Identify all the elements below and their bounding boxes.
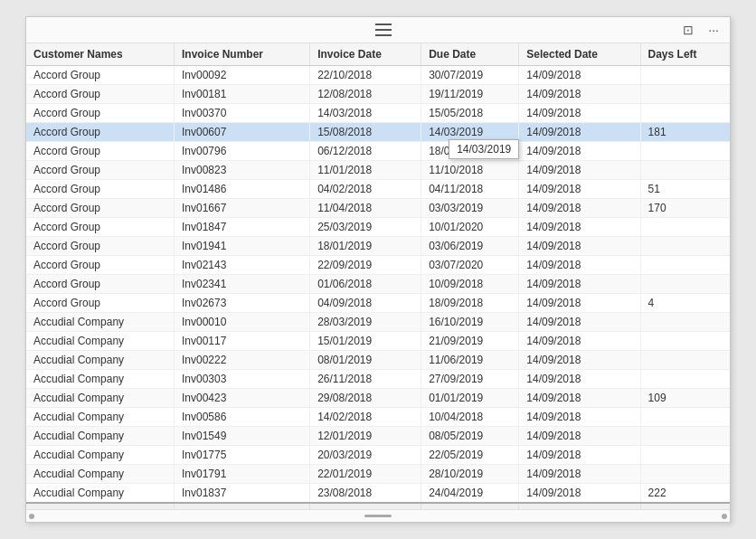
footer-invoice-date: 01/01/2018 bbox=[310, 503, 421, 509]
cell-invoice: Inv00181 bbox=[175, 85, 310, 104]
cell-invoice: Inv00092 bbox=[175, 66, 310, 85]
cell-customer: Accord Group bbox=[26, 180, 175, 199]
cell-customer: Accudial Company bbox=[26, 427, 175, 446]
cell-days-left bbox=[640, 332, 730, 351]
table-row: Accord GroupInv0148604/02/201804/11/2018… bbox=[26, 180, 730, 199]
cell-selected-date: 14/09/2018 bbox=[519, 66, 640, 85]
cell-invoice-date: 04/09/2018 bbox=[310, 294, 421, 313]
more-options-icon[interactable]: ··· bbox=[704, 21, 723, 39]
cell-customer: Accord Group bbox=[26, 199, 175, 218]
cell-invoice-date: 01/06/2018 bbox=[310, 275, 421, 294]
cell-invoice: Inv01941 bbox=[175, 237, 310, 256]
cell-invoice-date: 26/11/2018 bbox=[310, 370, 421, 389]
table-row: Accord GroupInv0018112/08/201819/11/2019… bbox=[26, 85, 730, 104]
col-header-selected-date[interactable]: Selected Date bbox=[519, 43, 640, 66]
cell-selected-date: 14/09/2018 bbox=[519, 408, 640, 427]
cell-invoice: Inv02143 bbox=[175, 256, 310, 275]
col-header-invoice-number[interactable]: Invoice Number bbox=[175, 43, 310, 66]
cell-invoice: Inv00423 bbox=[175, 389, 310, 408]
cell-days-left bbox=[640, 142, 730, 161]
tooltip: 14/03/2019 bbox=[449, 139, 519, 159]
cell-invoice: Inv01486 bbox=[175, 180, 310, 199]
cell-invoice: Inv00303 bbox=[175, 370, 310, 389]
cell-customer: Accord Group bbox=[26, 256, 175, 275]
cell-days-left bbox=[640, 313, 730, 332]
cell-selected-date: 14/09/2018 bbox=[519, 389, 640, 408]
panel-topbar: ⊡ ··· bbox=[26, 17, 730, 43]
cell-invoice: Inv01791 bbox=[175, 465, 310, 484]
cell-due-date: 10/09/2018 bbox=[421, 275, 519, 294]
cell-selected-date: 14/09/2018 bbox=[519, 199, 640, 218]
cell-due-date: 11/10/2018 bbox=[421, 161, 519, 180]
cell-customer: Accord Group bbox=[26, 123, 175, 142]
table-row: Accudial CompanyInv0030326/11/201827/09/… bbox=[26, 370, 730, 389]
table-row: Accudial CompanyInv0011715/01/201921/09/… bbox=[26, 332, 730, 351]
cell-selected-date: 14/09/2018 bbox=[519, 332, 640, 351]
expand-icon[interactable]: ⊡ bbox=[679, 21, 697, 39]
cell-selected-date: 14/09/2018 bbox=[519, 123, 640, 142]
table-container[interactable]: Customer Names Invoice Number Invoice Da… bbox=[26, 43, 730, 509]
footer-days-left bbox=[640, 503, 730, 509]
cell-invoice-date: 15/08/2018 bbox=[310, 123, 421, 142]
cell-invoice-date: 23/08/2018 bbox=[310, 484, 421, 504]
cell-days-left bbox=[640, 66, 730, 85]
table-row: Accudial CompanyInv0179122/01/201928/10/… bbox=[26, 465, 730, 484]
cell-due-date: 11/06/2019 bbox=[421, 351, 519, 370]
cell-due-date: 19/11/2019 bbox=[421, 85, 519, 104]
col-header-days-left[interactable]: Days Left bbox=[640, 43, 730, 66]
col-header-customer-names[interactable]: Customer Names bbox=[26, 43, 175, 66]
cell-customer: Accord Group bbox=[26, 275, 175, 294]
cell-days-left bbox=[640, 275, 730, 294]
cell-days-left bbox=[640, 237, 730, 256]
cell-due-date: 04/11/2018 bbox=[421, 180, 519, 199]
cell-selected-date: 14/09/2018 bbox=[519, 294, 640, 313]
cell-customer: Accord Group bbox=[26, 85, 175, 104]
hamburger-icon[interactable] bbox=[375, 22, 392, 38]
col-header-invoice-date[interactable]: Invoice Date bbox=[310, 43, 421, 66]
cell-invoice-date: 08/01/2019 bbox=[310, 351, 421, 370]
cell-customer: Accudial Company bbox=[26, 370, 175, 389]
cell-due-date: 27/09/2019 bbox=[421, 370, 519, 389]
cell-invoice-date: 22/10/2018 bbox=[310, 66, 421, 85]
cell-selected-date: 14/09/2018 bbox=[519, 351, 640, 370]
cell-invoice: Inv01667 bbox=[175, 199, 310, 218]
panel-bottom-bar bbox=[26, 509, 730, 522]
table-footer: Total 01/01/2018 14/09/2018 bbox=[26, 503, 730, 509]
table-row: Accudial CompanyInv0042329/08/201801/01/… bbox=[26, 389, 730, 408]
footer-label: Total bbox=[26, 503, 175, 509]
cell-due-date: 03/03/2019 bbox=[421, 199, 519, 218]
cell-invoice-date: 25/03/2019 bbox=[310, 218, 421, 237]
cell-days-left bbox=[640, 408, 730, 427]
table-row: Accord GroupInv0234101/06/201810/09/2018… bbox=[26, 275, 730, 294]
cell-invoice-date: 14/02/2018 bbox=[310, 408, 421, 427]
cell-days-left bbox=[640, 427, 730, 446]
cell-customer: Accudial Company bbox=[26, 465, 175, 484]
cell-invoice-date: 29/08/2018 bbox=[310, 389, 421, 408]
table-row: Accudial CompanyInv0058614/02/201810/04/… bbox=[26, 408, 730, 427]
cell-invoice-date: 06/12/2018 bbox=[310, 142, 421, 161]
table-row: Accudial CompanyInv0154912/01/201908/05/… bbox=[26, 427, 730, 446]
footer-due-date bbox=[421, 503, 519, 509]
table-row: Accord GroupInv0009222/10/201830/07/2019… bbox=[26, 66, 730, 85]
cell-invoice-date: 14/03/2018 bbox=[310, 104, 421, 123]
cell-invoice: Inv00586 bbox=[175, 408, 310, 427]
cell-days-left: 170 bbox=[640, 199, 730, 218]
footer-row: Total 01/01/2018 14/09/2018 bbox=[26, 503, 730, 509]
resize-handle-br[interactable] bbox=[719, 511, 730, 522]
cell-selected-date: 14/09/2018 bbox=[519, 465, 640, 484]
table-body: Accord GroupInv0009222/10/201830/07/2019… bbox=[26, 66, 730, 504]
cell-customer: Accord Group bbox=[26, 237, 175, 256]
resize-handle-bl[interactable] bbox=[26, 511, 37, 522]
cell-customer: Accudial Company bbox=[26, 313, 175, 332]
resize-handle-bottom[interactable] bbox=[364, 515, 392, 517]
table-row: Accudial CompanyInv0183723/08/201824/04/… bbox=[26, 484, 730, 504]
table-row: Accord GroupInv0194118/01/201903/06/2019… bbox=[26, 237, 730, 256]
cell-days-left: 51 bbox=[640, 180, 730, 199]
cell-customer: Accudial Company bbox=[26, 446, 175, 465]
topbar-center bbox=[375, 22, 392, 38]
table-row: Accord GroupInv0214322/09/201903/07/2020… bbox=[26, 256, 730, 275]
cell-selected-date: 14/09/2018 bbox=[519, 275, 640, 294]
col-header-due-date[interactable]: Due Date bbox=[421, 43, 519, 66]
cell-invoice-date: 04/02/2018 bbox=[310, 180, 421, 199]
cell-invoice-date: 12/01/2019 bbox=[310, 427, 421, 446]
